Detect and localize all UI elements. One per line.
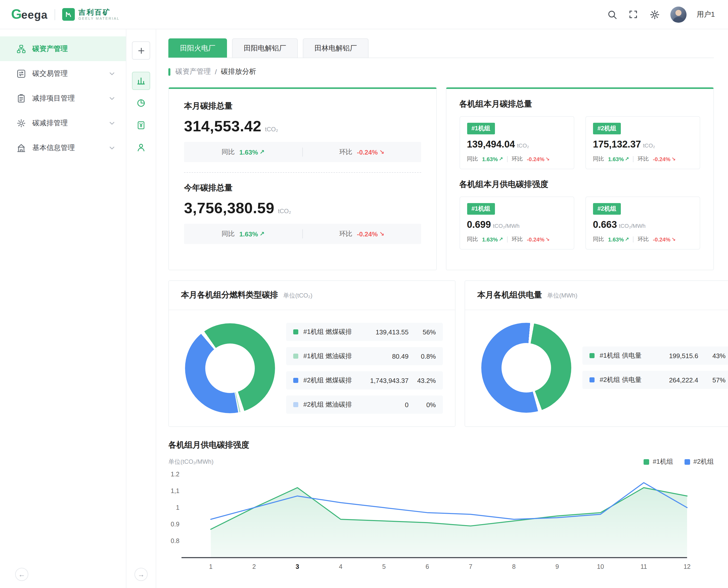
legend-item[interactable]: #2机组 燃煤碳排 1,743,943.37 43.2%	[286, 371, 443, 390]
line-chart-svg[interactable]: 0.80.911,11.2123456789101112	[168, 468, 714, 575]
legend-item[interactable]: #1机组 燃煤碳排 139,413.55 56%	[286, 323, 443, 341]
fullscreen-button[interactable]	[628, 9, 639, 20]
sidebar-item-basic-info[interactable]: 基本信息管理	[0, 135, 126, 160]
sidebar-item-reduction-project[interactable]: 减排项目管理	[0, 86, 126, 111]
tab-tianlin-aluminum-plant[interactable]: 田林电解铝厂	[303, 38, 368, 58]
partner-subtitle: GEELY MATERIAL	[78, 16, 120, 20]
svg-text:4: 4	[339, 563, 343, 570]
fuel-emission-chart-unit: 单位(tCO₂)	[283, 292, 312, 300]
legend-label: #2机组	[693, 457, 714, 466]
unit2-intensity-box: #2机组 0.663tCO₂/MWh 同比 1.63%↗ 环比 -0.24%↘	[585, 196, 701, 250]
sidebar-item-carbon-trade[interactable]: 碳交易管理	[0, 61, 126, 86]
geely-material-logo: 吉利百矿 GEELY MATERIAL	[62, 8, 120, 21]
search-button[interactable]	[607, 9, 618, 20]
trade-icon	[17, 69, 26, 78]
sidebar-item-label: 碳资产管理	[32, 44, 68, 53]
legend-item[interactable]: #1机组	[644, 457, 673, 466]
legend-percent: 0.8%	[408, 352, 436, 360]
donut-hole	[502, 343, 551, 393]
trend-down-icon: ↘	[671, 156, 676, 162]
svg-text:0.9: 0.9	[170, 521, 180, 528]
sidebar-item-carbon-reduction[interactable]: 碳减排管理	[0, 111, 126, 135]
tool-rail: →	[126, 29, 156, 588]
divider	[633, 156, 634, 162]
collapse-sidebar-button[interactable]: ←	[15, 568, 28, 581]
dashed-divider	[184, 172, 421, 173]
tab-tianyang-power-plant[interactable]: 田阳火电厂	[168, 38, 227, 58]
power-supply-legend: #1机组 供电量 199,515.6 43% #2机组 供电量 264,222.…	[582, 346, 728, 389]
sidebar-item-carbon-asset[interactable]: 碳资产管理	[0, 36, 126, 61]
year-emission-title: 今年碳排总量	[184, 183, 421, 193]
mom-label: 环比	[512, 235, 523, 243]
legend-swatch	[293, 402, 298, 407]
svg-text:8: 8	[512, 563, 516, 570]
avatar[interactable]	[670, 6, 687, 22]
intensity-trend-title: 各机组月供电碳排强度	[168, 440, 714, 450]
invoice-view-button[interactable]	[132, 116, 150, 134]
legend-swatch	[293, 354, 298, 359]
unit2-intensity-value: 0.663	[593, 219, 617, 230]
rail-view-group	[132, 72, 150, 156]
unit1-badge: #1机组	[467, 123, 495, 134]
pie-chart-view-button[interactable]	[132, 94, 150, 112]
legend-swatch	[644, 459, 649, 464]
svg-text:3: 3	[296, 563, 299, 570]
legend-item[interactable]: #1机组 供电量 199,515.6 43%	[582, 346, 728, 365]
tab-tianyang-aluminum-plant[interactable]: 田阳电解铝厂	[232, 38, 298, 58]
month-emission-value: 314,553.42	[184, 118, 261, 135]
partner-name: 吉利百矿	[78, 8, 120, 16]
user-view-button[interactable]	[132, 139, 150, 156]
yoy-value: 1.63%	[482, 236, 498, 242]
unit1-intensity-value: 0.699	[467, 219, 491, 230]
unit2-intensity-unit: tCO₂/MWh	[619, 223, 646, 229]
svg-text:7: 7	[469, 563, 472, 570]
legend-item[interactable]: #2机组	[684, 457, 714, 466]
trend-up-icon: ↗	[499, 236, 503, 242]
trend-up-icon: ↗	[499, 156, 503, 162]
unit2-emission-value: 175,132.37	[593, 139, 641, 150]
legend-item[interactable]: #2机组 供电量 264,222.4 57%	[582, 371, 728, 389]
breadcrumb-current: 碳排放分析	[221, 67, 256, 76]
legend-label: #1机组 燃煤碳排	[303, 327, 352, 336]
power-supply-donut-chart[interactable]	[481, 323, 571, 413]
sidebar-item-label: 碳减排管理	[32, 119, 68, 128]
chevron-down-icon	[109, 96, 115, 100]
yoy-label: 同比	[593, 235, 604, 243]
unit2-badge: #2机组	[593, 203, 621, 215]
legend-label: #2机组 燃油碳排	[303, 400, 352, 409]
bar-chart-icon	[137, 76, 146, 85]
add-button[interactable]	[132, 41, 150, 60]
unit1-emission-value: 139,494.04	[467, 139, 515, 150]
settings-button[interactable]	[649, 9, 660, 20]
legend-item[interactable]: #1机组 燃油碳排 80.49 0.8%	[286, 347, 443, 365]
legend-swatch	[589, 353, 594, 358]
legend-value: 264,222.4	[642, 376, 698, 384]
trend-down-icon: ↘	[546, 236, 550, 242]
legend-swatch	[293, 378, 298, 383]
unit1-intensity-box: #1机组 0.699tCO₂/MWh 同比 1.63%↗ 环比 -0.24%↘	[459, 196, 574, 250]
unit-kpi-card: 各机组本月碳排总量 #1机组 139,494.04tCO₂ 同比 1.63%↗ …	[446, 87, 714, 270]
yoy-label: 同比	[222, 147, 235, 156]
breadcrumb-parent[interactable]: 碳资产管理	[176, 67, 211, 76]
unit1-emission-box: #1机组 139,494.04tCO₂ 同比 1.63%↗ 环比 -0.24%↘	[459, 116, 574, 169]
mom-label: 环比	[512, 155, 523, 163]
legend-value: 0	[352, 401, 408, 408]
legend-item[interactable]: #2机组 燃油碳排 0 0%	[286, 396, 443, 414]
username[interactable]: 用户1	[697, 10, 715, 19]
trend-up-icon: ↗	[625, 156, 629, 162]
donut-hole	[205, 343, 255, 393]
legend-value: 1,743,943.37	[352, 377, 408, 384]
sidebar-item-label: 碳交易管理	[32, 69, 68, 78]
geega-logo-mark: G	[11, 6, 21, 22]
mom-label: 环比	[638, 155, 649, 163]
plus-icon	[137, 46, 145, 55]
yoy-value: 1.63%	[239, 148, 258, 156]
brand-area: Geega 吉利百矿 GEELY MATERIAL	[11, 6, 120, 22]
bar-chart-view-button[interactable]	[132, 72, 150, 90]
fuel-emission-donut-chart[interactable]	[185, 323, 275, 413]
unit-intensity-grid: #1机组 0.699tCO₂/MWh 同比 1.63%↗ 环比 -0.24%↘	[459, 196, 700, 250]
mom-value: -0.24%	[357, 148, 378, 156]
legend-value: 80.49	[352, 352, 408, 360]
collapse-rail-button[interactable]: →	[135, 568, 148, 581]
yoy-label: 同比	[593, 155, 604, 163]
